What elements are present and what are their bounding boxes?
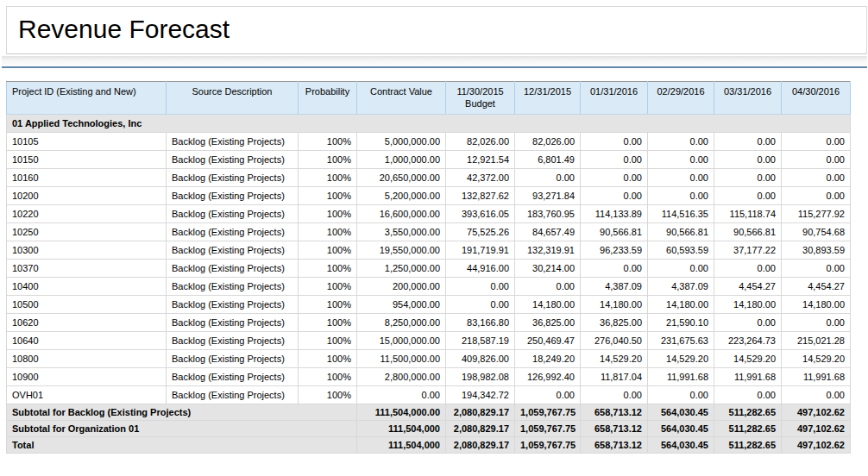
summary-period-value-cell: 564,030.45 — [648, 437, 714, 454]
summary-period-value-cell: 658,713.12 — [581, 404, 648, 421]
period-value-cell: 0.00 — [581, 187, 648, 205]
table-row: OVH01Backlog (Existing Projects)100%0.00… — [7, 386, 851, 404]
period-value-cell: 0.00 — [782, 151, 851, 169]
column-header: 01/31/2016 — [581, 82, 648, 115]
period-value-cell: 0.00 — [515, 278, 581, 296]
period-value-cell: 14,529.20 — [782, 350, 851, 368]
period-value-cell: 4,454.27 — [714, 278, 782, 296]
summary-period-value-cell: 2,080,829.17 — [446, 437, 515, 454]
group-header-cell: 01 Applied Technologies, Inc — [7, 115, 851, 133]
source-description-cell: Backlog (Existing Projects) — [167, 296, 299, 314]
period-value-cell: 84,657.49 — [515, 223, 581, 241]
period-value-cell: 0.00 — [714, 187, 782, 205]
probability-cell: 100% — [299, 169, 357, 187]
period-value-cell: 0.00 — [648, 133, 714, 151]
period-value-cell: 11,991.68 — [714, 368, 782, 386]
summary-label-cell: Subtotal for Backlog (Existing Projects) — [7, 404, 357, 421]
period-value-cell: 0.00 — [782, 386, 851, 404]
period-value-cell: 0.00 — [714, 314, 782, 332]
period-value-cell: 218,587.19 — [446, 332, 515, 350]
period-value-cell: 0.00 — [581, 260, 648, 278]
period-value-cell: 44,916.00 — [446, 260, 515, 278]
contract-value-cell: 1,250,000.00 — [357, 260, 446, 278]
summary-period-value-cell: 658,713.12 — [581, 421, 648, 437]
period-value-cell: 36,825.00 — [515, 314, 581, 332]
period-value-cell: 12,921.54 — [446, 151, 515, 169]
contract-value-cell: 2,800,000.00 — [357, 368, 446, 386]
probability-cell: 100% — [299, 205, 357, 223]
period-value-cell: 21,590.10 — [648, 314, 714, 332]
period-value-cell: 0.00 — [782, 133, 851, 151]
probability-cell: 100% — [299, 151, 357, 169]
period-value-cell: 0.00 — [515, 386, 581, 404]
period-value-cell: 30,214.00 — [515, 260, 581, 278]
source-description-cell: Backlog (Existing Projects) — [167, 278, 299, 296]
period-value-cell: 0.00 — [714, 169, 782, 187]
period-value-cell: 194,342.72 — [446, 386, 515, 404]
column-header: Contract Value — [357, 82, 446, 115]
period-value-cell: 14,180.00 — [782, 296, 851, 314]
column-header: 02/29/2016 — [648, 82, 714, 115]
source-description-cell: Backlog (Existing Projects) — [167, 205, 299, 223]
period-value-cell: 0.00 — [581, 386, 648, 404]
period-value-cell: 14,180.00 — [648, 296, 714, 314]
summary-period-value-cell: 497,102.62 — [782, 404, 851, 421]
period-value-cell: 36,825.00 — [581, 314, 648, 332]
period-value-cell: 0.00 — [714, 386, 782, 404]
project-id-cell: 10250 — [7, 223, 167, 241]
contract-value-cell: 5,000,000.00 — [357, 133, 446, 151]
summary-row: Subtotal for Backlog (Existing Projects)… — [7, 404, 851, 421]
period-value-cell: 14,180.00 — [515, 296, 581, 314]
column-header: Probability — [299, 82, 357, 115]
period-value-cell: 132,827.62 — [446, 187, 515, 205]
period-value-cell: 191,719.91 — [446, 241, 515, 260]
period-value-cell: 183,760.95 — [515, 205, 581, 223]
project-id-cell: 10620 — [7, 314, 167, 332]
contract-value-cell: 20,650,000.00 — [357, 169, 446, 187]
period-value-cell: 0.00 — [648, 151, 714, 169]
table-row: 10105Backlog (Existing Projects)100%5,00… — [7, 133, 851, 151]
probability-cell: 100% — [299, 314, 357, 332]
period-value-cell: 93,271.84 — [515, 187, 581, 205]
period-value-cell: 0.00 — [446, 296, 515, 314]
table-row: 10620Backlog (Existing Projects)100%8,25… — [7, 314, 851, 332]
period-value-cell: 11,991.68 — [782, 368, 851, 386]
period-value-cell: 6,801.49 — [515, 151, 581, 169]
period-value-cell: 0.00 — [515, 169, 581, 187]
source-description-cell: Backlog (Existing Projects) — [167, 386, 299, 404]
column-header: 03/31/2016 — [714, 82, 782, 115]
summary-period-value-cell: 511,282.65 — [714, 421, 782, 437]
summary-period-value-cell: 511,282.65 — [714, 404, 782, 421]
period-value-cell: 0.00 — [714, 260, 782, 278]
project-id-cell: OVH01 — [7, 386, 167, 404]
source-description-cell: Backlog (Existing Projects) — [167, 260, 299, 278]
period-value-cell: 4,387.09 — [648, 278, 714, 296]
contract-value-cell: 19,550,000.00 — [357, 241, 446, 260]
contract-value-cell: 11,500,000.00 — [357, 350, 446, 368]
report-title-panel: Revenue Forecast — [6, 6, 867, 54]
column-header: 12/31/2015 — [515, 82, 581, 115]
table-row: 10500Backlog (Existing Projects)100%954,… — [7, 296, 851, 314]
period-value-cell: 83,166.80 — [446, 314, 515, 332]
project-id-cell: 10105 — [7, 133, 167, 151]
period-value-cell: 0.00 — [782, 314, 851, 332]
period-value-cell: 132,319.91 — [515, 241, 581, 260]
contract-value-cell: 200,000.00 — [357, 278, 446, 296]
summary-period-value-cell: 1,059,767.75 — [515, 404, 581, 421]
period-value-cell: 0.00 — [581, 133, 648, 151]
table-row: 10150Backlog (Existing Projects)100%1,00… — [7, 151, 851, 169]
source-description-cell: Backlog (Existing Projects) — [167, 223, 299, 241]
period-value-cell: 0.00 — [581, 169, 648, 187]
period-value-cell: 11,817.04 — [581, 368, 648, 386]
summary-period-value-cell: 497,102.62 — [782, 437, 851, 454]
table-row: 10640Backlog (Existing Projects)100%15,0… — [7, 332, 851, 350]
period-value-cell: 90,754.68 — [782, 223, 851, 241]
period-value-cell: 0.00 — [714, 133, 782, 151]
summary-label-cell: Total — [7, 437, 357, 454]
summary-period-value-cell: 1,059,767.75 — [515, 437, 581, 454]
probability-cell: 100% — [299, 133, 357, 151]
period-value-cell: 90,566.81 — [648, 223, 714, 241]
period-value-cell: 126,992.40 — [515, 368, 581, 386]
project-id-cell: 10900 — [7, 368, 167, 386]
period-value-cell: 0.00 — [714, 151, 782, 169]
